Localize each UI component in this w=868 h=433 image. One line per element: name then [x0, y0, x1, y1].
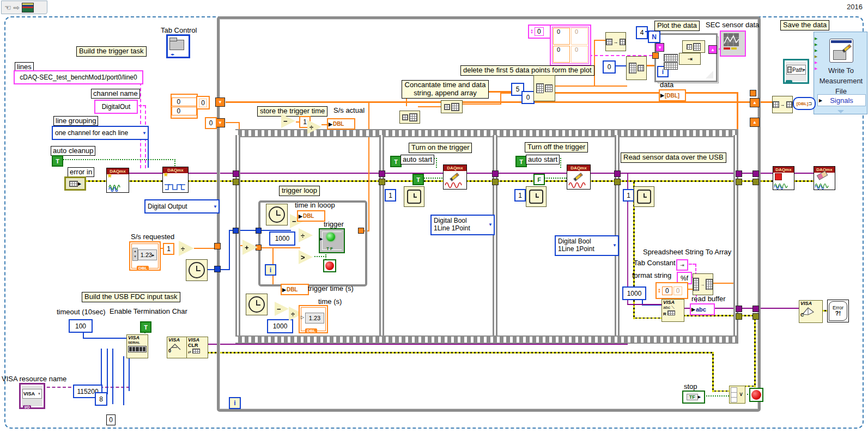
tick-count-clock-icon-time[interactable]	[246, 294, 268, 315]
daqmx-write-icon-f2[interactable]: DAQmx	[443, 164, 467, 190]
transpose-array-icon-2[interactable]: →	[772, 96, 793, 113]
shift-register-orange-left-1[interactable]: ▼	[215, 97, 225, 107]
daqmx-stop-task-icon[interactable]: DAQmx	[773, 166, 794, 190]
ss-actual-indicator[interactable]: ▶DBL	[327, 118, 355, 130]
tab-control-terminal[interactable]: ◂▸	[166, 34, 190, 58]
auto-cleanup-true-constant[interactable]: T	[52, 155, 63, 167]
trigger-loop-iteration-terminal[interactable]: i	[265, 264, 276, 276]
visa-clear-icon[interactable]: VISA CLR ⇄	[186, 337, 208, 358]
one-constant-f4[interactable]: 1	[623, 189, 634, 202]
daqmx-create-channel-icon[interactable]: DAQmx *	[162, 167, 189, 193]
false-constant-f3[interactable]: F	[533, 174, 545, 185]
wait-ms-icon-f2[interactable]	[404, 186, 424, 207]
data-array-indicator[interactable]: ▶[DBL]	[659, 89, 686, 101]
true-constant-f2[interactable]: T	[412, 174, 424, 185]
digital-bool-dropdown-f2[interactable]: Digital Bool1Line 1Point	[430, 215, 495, 235]
signals-row[interactable]: ▶Signals	[817, 94, 866, 106]
error-in-terminal[interactable]: ▶	[64, 176, 86, 191]
tunnel-blue-frame1	[233, 228, 239, 234]
build-array-loop-icon[interactable]	[682, 40, 705, 53]
pan-hand-icon[interactable]: ☜	[4, 3, 11, 12]
one-constant-f3[interactable]: 1	[514, 189, 526, 202]
array-zero-constant-f4[interactable]: ▲▼ 0 0	[655, 282, 688, 299]
visa-close-icon[interactable]: VISA C	[799, 300, 823, 323]
trigger-time-indicator[interactable]: ▶DBL	[281, 284, 309, 295]
data-bits-constant[interactable]: 8	[95, 392, 107, 406]
thousand-constant-f4[interactable]: 1000	[622, 286, 646, 300]
diagram-tool-icon[interactable]	[22, 3, 34, 13]
visa-read-icon[interactable]: VISA abc ⟍ R	[661, 299, 684, 322]
timeout-constant[interactable]: 100	[69, 319, 93, 333]
line-grouping-dropdown[interactable]: one channel for each line	[52, 126, 149, 140]
transpose-array-icon[interactable]: →	[605, 32, 626, 51]
labview-block-diagram: ☜ ⇨ 2016	[0, 0, 868, 433]
index-array-small-icon[interactable]: ⇥	[679, 53, 701, 65]
array-subset-icon-1[interactable]	[664, 54, 678, 62]
daqmx-write-icon-f3[interactable]: DAQmx	[567, 164, 591, 190]
zero-constant-bottom[interactable]: 0	[106, 414, 116, 425]
shift-register-orange-right-2[interactable]: ▲	[750, 118, 760, 127]
array-subset-icon-2[interactable]	[664, 62, 678, 70]
shift-register-pink-right[interactable]: ▲	[708, 45, 717, 54]
tick-count-clock-icon[interactable]	[186, 259, 208, 281]
zero-constant-index[interactable]: 0	[603, 60, 616, 74]
lines-constant[interactable]: cDAQ-SEC_test_benchMod1/port0/line0	[14, 70, 143, 84]
shift-register-pink-left[interactable]: ▼	[655, 43, 664, 52]
shift-register-orange-right-1[interactable]: ▲	[750, 98, 760, 107]
channel-name-constant[interactable]: DigitalOut	[94, 100, 138, 114]
visa-configure-serial-icon[interactable]: VISA SERIAL	[126, 334, 148, 358]
time-in-loop-indicator[interactable]: ▶DBL	[297, 210, 325, 222]
daqmx-create-task-icon[interactable]: DAQmx *	[106, 168, 129, 193]
framed-zero-constant[interactable]: 0	[196, 96, 210, 109]
arrow-tool-icon[interactable]: ⇨	[14, 3, 20, 12]
daqmx-clear-task-icon[interactable]: DAQmx	[814, 166, 835, 190]
trigger-led-indicator[interactable]: TF ▶	[319, 228, 345, 253]
build-array-icon-1[interactable]	[399, 111, 420, 124]
pink-2d-array-constant[interactable]: 0 0 0 0	[550, 25, 591, 66]
read-buffer-indicator[interactable]: ▶abc	[690, 303, 715, 315]
label-turn-on-trigger: Turn on the trigger	[409, 143, 472, 153]
zero-constant-delete[interactable]: 0	[521, 91, 535, 104]
stop-boolean-control[interactable]: TF▶	[682, 391, 705, 404]
tunnel-purple-3	[492, 170, 499, 177]
spinner[interactable]: ▲▼	[132, 248, 138, 261]
build-array-icon-2[interactable]	[441, 100, 463, 113]
main-loop-iteration-terminal[interactable]: i	[229, 397, 241, 409]
path-control[interactable]: Path▸	[783, 59, 809, 84]
version-badge: 2016	[847, 3, 863, 11]
tab-constant[interactable]: ⇥	[676, 259, 688, 271]
tunnel-olive-3	[492, 179, 499, 185]
wait-ms-icon-f4[interactable]	[634, 186, 654, 207]
or-compound-node[interactable]: ∨	[729, 386, 745, 404]
visa-flush-buffer-icon[interactable]: VISA 0	[167, 337, 189, 358]
wait-ms-icon-f3[interactable]	[526, 186, 547, 207]
index-array-icon[interactable]	[626, 56, 647, 80]
thousand-constant-time[interactable]: 1000	[267, 319, 293, 333]
thousand-constant-loop[interactable]: 1000	[269, 231, 295, 246]
expand-chevron-icon[interactable]	[837, 110, 844, 113]
label-concat: Concantate time and data string, append …	[402, 80, 489, 99]
digital-bool-dropdown-f3[interactable]: Digital Bool1Line 1Point	[555, 235, 619, 256]
visa-resource-control[interactable]: VISA▼ I/O	[19, 383, 45, 409]
auto-start-true-f3[interactable]: T	[515, 156, 527, 167]
delete-from-array-icon[interactable]	[533, 75, 555, 101]
trigger-loop-stop-terminal[interactable]	[323, 259, 336, 272]
main-loop-stop-terminal[interactable]	[749, 388, 763, 402]
cluster-array-constant[interactable]: 0 0	[171, 94, 198, 119]
four-constant[interactable]: 4	[636, 26, 648, 39]
to-dynamic-data-icon[interactable]: [DBL]⊐	[793, 97, 816, 110]
enable-term-char-true[interactable]: T	[140, 321, 151, 333]
one-constant-ssreq[interactable]: 1	[163, 243, 174, 255]
tick-count-clock-icon-loop[interactable]	[266, 204, 288, 225]
zero-constant-sr[interactable]: 0	[205, 117, 217, 129]
time-s-indicator[interactable]: ▷ 1.23 DBL	[299, 305, 328, 333]
simple-error-handler-icon[interactable]: Error ?!	[827, 300, 849, 322]
write-to-measurement-file-vi[interactable]: ▶▶▶▶▶▶ Write To Measurement File ▶Signal…	[814, 32, 867, 114]
auto-start-true-f2[interactable]: T	[390, 156, 402, 167]
spreadsheet-string-to-array-icon[interactable]: →	[693, 273, 713, 295]
ss-requested-control[interactable]: ▲▼ 1.23▸ DBL	[129, 241, 161, 271]
digital-output-dropdown[interactable]: Digital Output	[144, 199, 220, 214]
sec-sensor-graph-terminal[interactable]	[720, 31, 746, 57]
for-loop-count-terminal: N	[648, 31, 660, 43]
one-constant-f2[interactable]: 1	[385, 189, 396, 202]
